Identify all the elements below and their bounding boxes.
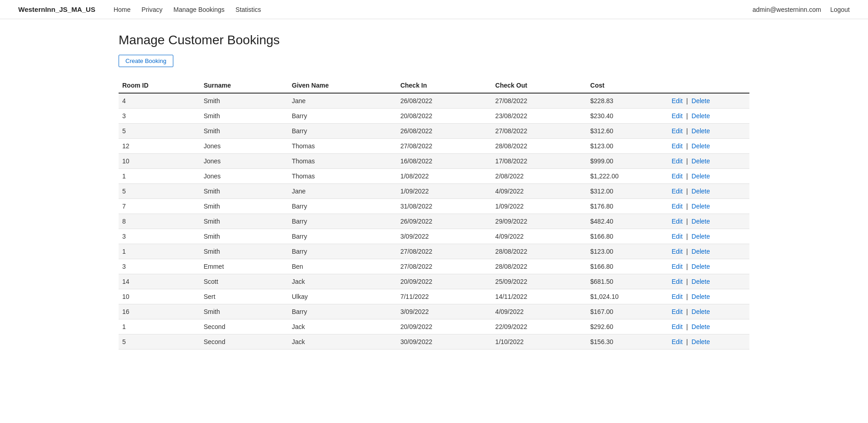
edit-link[interactable]: Edit [671,218,682,225]
action-separator: | [685,127,690,135]
delete-link[interactable]: Delete [691,233,710,240]
cell-check_in: 3/09/2022 [397,229,492,244]
delete-link[interactable]: Delete [691,203,710,210]
cell-cost: $312.00 [587,184,668,199]
nav-link-privacy[interactable]: Privacy [141,6,162,13]
cell-room_id: 3 [119,109,200,124]
col-header-actions [668,78,749,93]
cell-room_id: 10 [119,289,200,304]
edit-link[interactable]: Edit [671,142,682,150]
delete-link[interactable]: Delete [691,97,710,104]
table-row: 14ScottJack20/09/202225/09/2022$681.50Ed… [119,274,749,289]
edit-link[interactable]: Edit [671,293,682,300]
col-header-cost: Cost [587,78,668,93]
cell-surname: Jones [200,169,288,184]
delete-link[interactable]: Delete [691,278,710,285]
cell-cost: $999.00 [587,154,668,169]
cell-cost: $123.00 [587,244,668,259]
delete-link[interactable]: Delete [691,248,710,255]
cell-actions: Edit | Delete [668,93,749,109]
create-booking-button[interactable]: Create Booking [119,55,173,67]
edit-link[interactable]: Edit [671,278,682,285]
nav-brand: WesternInn_JS_MA_US [18,5,95,13]
delete-link[interactable]: Delete [691,218,710,225]
cell-given_name: Barry [288,304,397,319]
edit-link[interactable]: Edit [671,323,682,330]
delete-link[interactable]: Delete [691,157,710,165]
cell-surname: Second [200,334,288,350]
action-separator: | [685,97,690,104]
cell-actions: Edit | Delete [668,304,749,319]
edit-link[interactable]: Edit [671,157,682,165]
cell-actions: Edit | Delete [668,154,749,169]
edit-link[interactable]: Edit [671,188,682,195]
table-row: 4SmithJane26/08/202227/08/2022$228.83Edi… [119,93,749,109]
cell-given_name: Ben [288,259,397,274]
cell-room_id: 1 [119,319,200,334]
delete-link[interactable]: Delete [691,323,710,330]
cell-check_out: 4/09/2022 [492,304,587,319]
cell-given_name: Thomas [288,154,397,169]
cell-actions: Edit | Delete [668,289,749,304]
col-header-given-name: Given Name [288,78,397,93]
table-row: 7SmithBarry31/08/20221/09/2022$176.80Edi… [119,199,749,214]
delete-link[interactable]: Delete [691,338,710,345]
table-row: 5SecondJack30/09/20221/10/2022$156.30Edi… [119,334,749,350]
col-header-room-id: Room ID [119,78,200,93]
delete-link[interactable]: Delete [691,127,710,135]
delete-link[interactable]: Delete [691,263,710,270]
cell-actions: Edit | Delete [668,229,749,244]
cell-actions: Edit | Delete [668,124,749,139]
cell-cost: $1,222.00 [587,169,668,184]
cell-check_out: 25/09/2022 [492,274,587,289]
delete-link[interactable]: Delete [691,308,710,315]
cell-actions: Edit | Delete [668,169,749,184]
cell-cost: $167.00 [587,304,668,319]
table-row: 10SertUlkay7/11/202214/11/2022$1,024.10E… [119,289,749,304]
cell-check_in: 30/09/2022 [397,334,492,350]
edit-link[interactable]: Edit [671,308,682,315]
action-separator: | [685,172,690,180]
edit-link[interactable]: Edit [671,97,682,104]
action-separator: | [685,248,690,255]
nav-link-statistics[interactable]: Statistics [235,6,261,13]
bookings-table: Room ID Surname Given Name Check In Chec… [119,78,749,350]
delete-link[interactable]: Delete [691,142,710,150]
cell-check_in: 7/11/2022 [397,289,492,304]
edit-link[interactable]: Edit [671,203,682,210]
cell-check_in: 26/08/2022 [397,93,492,109]
delete-link[interactable]: Delete [691,172,710,180]
cell-surname: Smith [200,93,288,109]
nav-user-email: admin@westerninn.com [753,6,821,13]
cell-cost: $166.80 [587,229,668,244]
edit-link[interactable]: Edit [671,233,682,240]
cell-cost: $482.40 [587,214,668,229]
cell-room_id: 12 [119,139,200,154]
cell-check_in: 31/08/2022 [397,199,492,214]
action-separator: | [685,293,690,300]
edit-link[interactable]: Edit [671,112,682,120]
nav-link-manage-bookings[interactable]: Manage Bookings [173,6,224,13]
cell-room_id: 10 [119,154,200,169]
edit-link[interactable]: Edit [671,248,682,255]
cell-check_in: 3/09/2022 [397,304,492,319]
action-separator: | [685,278,690,285]
table-row: 8SmithBarry26/09/202229/09/2022$482.40Ed… [119,214,749,229]
nav-logout-link[interactable]: Logout [830,6,850,13]
edit-link[interactable]: Edit [671,172,682,180]
cell-check_in: 16/08/2022 [397,154,492,169]
cell-check_in: 26/09/2022 [397,214,492,229]
cell-surname: Sert [200,289,288,304]
edit-link[interactable]: Edit [671,127,682,135]
cell-surname: Smith [200,199,288,214]
delete-link[interactable]: Delete [691,188,710,195]
cell-cost: $312.60 [587,124,668,139]
cell-room_id: 1 [119,244,200,259]
delete-link[interactable]: Delete [691,293,710,300]
cell-surname: Scott [200,274,288,289]
delete-link[interactable]: Delete [691,112,710,120]
edit-link[interactable]: Edit [671,338,682,345]
edit-link[interactable]: Edit [671,263,682,270]
cell-given_name: Jane [288,184,397,199]
nav-link-home[interactable]: Home [114,6,130,13]
